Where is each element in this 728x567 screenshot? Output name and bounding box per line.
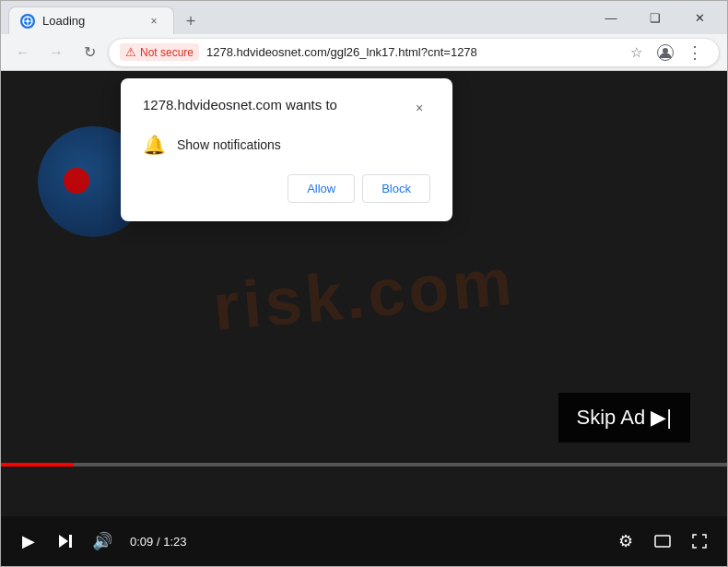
theater-button[interactable] — [650, 528, 675, 554]
bookmark-icon[interactable]: ☆ — [623, 40, 649, 65]
not-secure-badge: ⚠ Not secure — [120, 43, 199, 61]
not-secure-label: Not secure — [140, 46, 194, 59]
time-display: 0:09 / 1:23 — [130, 535, 186, 549]
progress-bar[interactable] — [1, 463, 727, 467]
block-button[interactable]: Block — [362, 174, 430, 203]
close-window-button[interactable]: ✕ — [679, 3, 720, 32]
volume-button[interactable]: 🔊 — [89, 528, 115, 554]
play-button[interactable]: ▶ — [16, 528, 41, 554]
video-controls: ▶ 🔊 0:09 / 1:23 ⚙ — [1, 516, 727, 566]
minimize-button[interactable]: — — [591, 3, 631, 32]
new-tab-button[interactable]: + — [178, 8, 204, 34]
maximize-button[interactable]: ❑ — [635, 3, 675, 32]
title-bar: Loading × + — ❑ ✕ — [1, 1, 727, 34]
browser-window: Loading × + — ❑ ✕ ← → ↻ ⚠ Not secure 127… — [0, 0, 728, 567]
popup-buttons: Allow Block — [143, 174, 430, 203]
popup-header: 1278.hdvideosnet.com wants to × — [143, 97, 430, 119]
popup-title: 1278.hdvideosnet.com wants to — [143, 97, 337, 112]
watermark-text: risk.com — [210, 242, 518, 344]
tab-title: Loading — [42, 14, 138, 28]
time-total: 1:23 — [163, 535, 186, 549]
refresh-button[interactable]: ↻ — [75, 38, 104, 67]
next-button[interactable] — [53, 528, 78, 554]
forward-button[interactable]: → — [41, 38, 71, 67]
allow-button[interactable]: Allow — [288, 174, 355, 203]
svg-marker-6 — [59, 535, 68, 548]
fullscreen-button[interactable] — [687, 528, 712, 554]
tab-favicon — [20, 14, 35, 29]
bell-icon: 🔔 — [143, 134, 166, 156]
window-controls: — ❑ ✕ — [591, 3, 720, 32]
popup-close-button[interactable]: × — [408, 97, 430, 119]
back-button[interactable]: ← — [8, 38, 38, 67]
content-area: risk.com 1278.hdvideosnet.com wants to ×… — [1, 71, 727, 566]
warning-icon: ⚠ — [125, 45, 136, 59]
url-text: 1278.hdvideosnet.com/ggl26_lnk17.html?cn… — [206, 45, 616, 59]
skip-ad-button[interactable]: Skip Ad ▶| — [558, 393, 690, 443]
svg-point-5 — [663, 48, 668, 53]
settings-button[interactable]: ⚙ — [613, 528, 639, 554]
time-separator: / — [153, 535, 163, 549]
notification-popup: 1278.hdvideosnet.com wants to × 🔔 Show n… — [121, 78, 452, 221]
svg-rect-8 — [655, 536, 670, 547]
svg-rect-7 — [69, 535, 72, 548]
time-current: 0:09 — [130, 535, 153, 549]
tab-close-button[interactable]: × — [146, 13, 162, 30]
profile-icon[interactable] — [652, 40, 678, 65]
permission-text: Show notifications — [177, 137, 281, 152]
url-bar[interactable]: ⚠ Not secure 1278.hdvideosnet.com/ggl26_… — [108, 38, 720, 67]
address-bar: ← → ↻ ⚠ Not secure 1278.hdvideosnet.com/… — [1, 34, 727, 71]
url-icons: ☆ ⋮ — [623, 40, 708, 65]
popup-permission: 🔔 Show notifications — [143, 134, 430, 156]
tab-bar: Loading × + — [8, 1, 576, 34]
video-area: risk.com 1278.hdvideosnet.com wants to ×… — [1, 71, 727, 516]
browser-menu-button[interactable]: ⋮ — [682, 40, 708, 65]
active-tab[interactable]: Loading × — [8, 6, 174, 34]
progress-fill — [1, 463, 74, 467]
